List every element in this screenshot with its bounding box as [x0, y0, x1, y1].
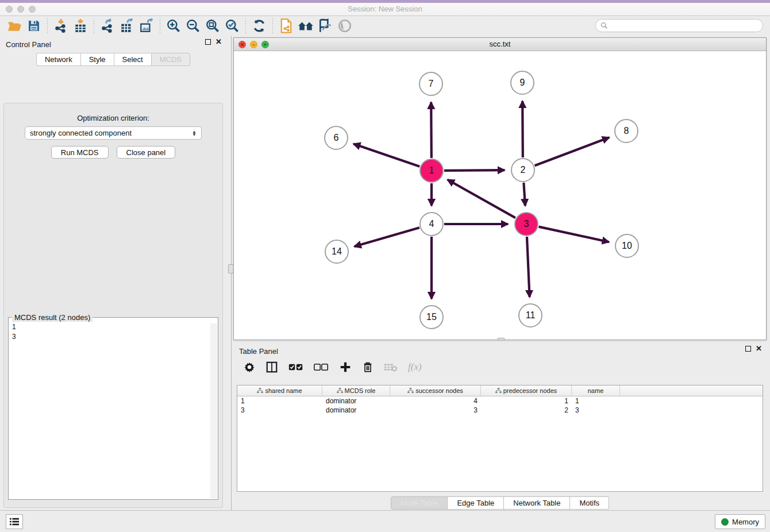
graph-node-10[interactable]: 10 — [615, 234, 639, 258]
table-cell[interactable]: 2 — [481, 406, 572, 415]
first-neighbors-button[interactable] — [296, 17, 315, 34]
zoom-in-button[interactable] — [164, 17, 183, 34]
column-header-MCDS-role[interactable]: MCDS role — [322, 385, 390, 396]
graph-node-14[interactable]: 14 — [325, 240, 349, 264]
tab-network-table[interactable]: Network Table — [504, 496, 570, 510]
edge-3-10[interactable] — [538, 227, 609, 242]
close-panel-button[interactable]: Close panel — [117, 146, 176, 159]
table-cell[interactable]: 3 — [237, 406, 322, 415]
table-panel-float-icon[interactable] — [745, 346, 751, 352]
attribute-type-icon — [337, 388, 343, 394]
table-cell[interactable]: dominator — [322, 406, 390, 415]
graph-node-2[interactable]: 2 — [511, 158, 535, 182]
column-header-name[interactable]: name — [572, 385, 620, 396]
export-table-button[interactable] — [117, 17, 137, 34]
network-window-titlebar[interactable]: ✕ − + scc.txt — [234, 38, 766, 51]
show-column-icon[interactable] — [265, 361, 278, 373]
edge-3-1[interactable] — [448, 180, 515, 218]
tab-motifs[interactable]: Motifs — [570, 496, 609, 510]
graph-node-1[interactable]: 1 — [419, 159, 444, 183]
add-row-icon[interactable] — [339, 361, 352, 373]
control-panel-float-icon[interactable] — [205, 39, 211, 45]
mcds-panel: Optimization criterion: strongly connect… — [3, 103, 223, 508]
tab-node-table[interactable]: Node Table — [391, 496, 448, 510]
memory-button[interactable]: Memory — [715, 514, 765, 529]
delete-row-icon[interactable] — [362, 361, 374, 373]
table-cell[interactable]: 1 — [481, 396, 572, 406]
edge-2-3[interactable] — [523, 183, 525, 206]
edge-1-2[interactable] — [444, 170, 505, 171]
import-network-button[interactable] — [51, 17, 71, 34]
edge-1-7[interactable] — [431, 102, 432, 158]
optimization-criterion-label: Optimization criterion: — [4, 114, 222, 122]
mcds-result-box: MCDS result (2 nodes) 1 3 — [8, 317, 218, 500]
export-network-button[interactable] — [98, 17, 117, 34]
column-header-shared-name[interactable]: shared name — [237, 385, 322, 396]
tab-style[interactable]: Style — [80, 53, 114, 66]
hide-selected-button[interactable] — [315, 17, 335, 34]
zoom-selected-button[interactable] — [222, 17, 242, 34]
attribute-type-icon — [495, 388, 502, 394]
tab-network[interactable]: Network — [36, 53, 80, 66]
export-image-button[interactable] — [137, 17, 156, 34]
result-scrollbar[interactable] — [210, 323, 217, 499]
table-cell[interactable]: 1 — [572, 396, 620, 406]
table-row[interactable]: 3dominator323 — [237, 406, 763, 415]
graph-node-8[interactable]: 8 — [614, 119, 638, 143]
search-icon — [600, 22, 608, 29]
graph-node-6[interactable]: 6 — [324, 126, 348, 150]
table-cell[interactable]: 3 — [390, 406, 481, 415]
zoom-fit-button[interactable] — [203, 17, 222, 34]
window-title: Session: New Session — [0, 5, 770, 13]
zoom-out-button[interactable] — [183, 17, 203, 34]
settings-gear-icon[interactable] — [244, 361, 255, 373]
run-mcds-button[interactable]: Run MCDS — [51, 146, 109, 159]
network-resize-grip[interactable] — [498, 338, 505, 341]
graph-node-9[interactable]: 9 — [510, 71, 534, 95]
table-cell[interactable]: 1 — [237, 396, 322, 406]
search-input[interactable] — [608, 22, 763, 30]
table-cell[interactable]: dominator — [322, 396, 390, 406]
attribute-type-icon — [257, 388, 263, 394]
select-all-icon[interactable] — [288, 363, 303, 372]
save-session-button[interactable] — [24, 17, 44, 34]
control-panel-close-icon[interactable]: ✕ — [215, 39, 222, 45]
new-network-from-file-icon — [278, 18, 294, 34]
graph-node-7[interactable]: 7 — [419, 72, 443, 96]
task-history-button[interactable] — [6, 514, 23, 529]
edge-2-9[interactable] — [522, 101, 523, 157]
table-row[interactable]: 1dominator411 — [237, 396, 763, 406]
zoom-in-icon — [166, 18, 181, 33]
export-network-icon — [100, 18, 115, 33]
panel-splitter[interactable] — [226, 36, 233, 510]
table-cell[interactable]: 3 — [572, 406, 620, 415]
node-table[interactable]: shared nameMCDS rolesuccessor nodesprede… — [237, 385, 763, 492]
mcds-result-text[interactable]: 1 3 — [9, 318, 218, 346]
graph-node-15[interactable]: 15 — [419, 305, 444, 329]
search-box[interactable] — [595, 19, 763, 32]
column-header-predecessor-nodes[interactable]: predecessor nodes — [481, 385, 572, 396]
network-canvas[interactable]: 7968124314101511 — [234, 51, 766, 340]
open-session-button[interactable] — [5, 17, 24, 34]
edge-1-6[interactable] — [353, 144, 419, 166]
edge-2-8[interactable] — [535, 137, 609, 165]
graph-node-3[interactable]: 3 — [514, 212, 538, 236]
table-cell[interactable]: 4 — [390, 396, 481, 406]
edge-3-11[interactable] — [527, 237, 530, 297]
zoom-selected-icon — [225, 18, 240, 33]
criterion-select[interactable]: strongly connected component ▲▼ — [25, 126, 202, 140]
show-all-button[interactable] — [335, 17, 355, 34]
refresh-button[interactable] — [249, 17, 269, 34]
tab-select[interactable]: Select — [114, 53, 151, 66]
new-network-from-file-button[interactable] — [276, 17, 296, 34]
column-header-successor-nodes[interactable]: successor nodes — [390, 385, 481, 396]
import-table-button[interactable] — [71, 17, 90, 34]
edge-4-14[interactable] — [355, 228, 419, 246]
table-panel-close-icon[interactable]: ✕ — [756, 346, 762, 352]
unselect-all-icon[interactable] — [314, 363, 329, 372]
task-list-icon — [9, 517, 20, 526]
graph-node-11[interactable]: 11 — [518, 303, 542, 327]
tab-edge-table[interactable]: Edge Table — [448, 496, 504, 510]
graph-node-4[interactable]: 4 — [419, 212, 444, 236]
tab-mcds[interactable]: MCDS — [151, 53, 190, 66]
